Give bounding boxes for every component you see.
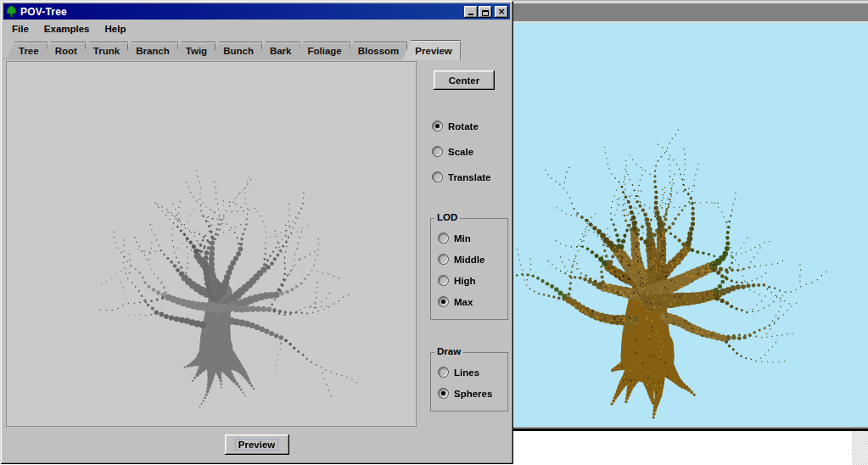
lod-group-label: LOD [434,212,460,222]
radio-label: Rotate [448,121,479,132]
tab-preview[interactable]: Preview [402,40,460,60]
close-button[interactable]: × [495,6,508,18]
radio-icon [432,171,443,182]
radio-label: Scale [448,147,473,157]
tab-twig[interactable]: Twig [173,42,216,59]
close-icon: × [497,7,505,17]
tab-root[interactable]: Root [42,42,86,59]
window-title: POV-Tree [20,6,462,18]
povtree-window: POV-Tree × FileExamplesHelp TreeRootTrun… [0,0,513,464]
radio-label: Min [454,233,471,244]
radio-icon [438,388,449,399]
menu-examples[interactable]: Examples [38,22,96,36]
content-area: Center RotateScaleTranslate LOD MinMiddl… [3,59,511,427]
preview-canvas[interactable] [6,61,417,427]
radio-draw-spheres[interactable]: Spheres [438,388,504,399]
render-window-bottom [513,427,868,465]
preview-button-label: Preview [236,440,277,450]
control-panel: Center RotateScaleTranslate LOD MinMiddl… [420,61,508,427]
tab-tree[interactable]: Tree [6,42,48,59]
tab-branch[interactable]: Branch [123,42,178,59]
radio-label: Middle [454,255,484,265]
radio-icon [438,367,449,378]
lod-radio-group: MinMiddleHighMax [438,232,504,307]
radio-scale[interactable]: Scale [432,146,491,157]
radio-label: Spheres [454,389,492,399]
radio-translate[interactable]: Translate [432,171,491,182]
maximize-button[interactable] [479,6,492,18]
tab-blossom[interactable]: Blossom [345,42,408,59]
render-window-titlebar [513,0,868,23]
transform-radio-group: RotateScaleTranslate [432,120,491,182]
tab-trunk[interactable]: Trunk [81,42,128,59]
radio-icon [438,254,449,265]
radio-icon [438,275,449,286]
radio-label: Lines [454,367,479,378]
draw-group-label: Draw [434,346,463,356]
radio-icon [432,120,443,132]
radio-label: Translate [448,172,491,182]
preview-button[interactable]: Preview [225,434,289,455]
titlebar[interactable]: POV-Tree × [3,3,510,20]
radio-rotate[interactable]: Rotate [432,120,491,132]
radio-label: High [454,276,476,286]
radio-icon [432,146,443,157]
minimize-button[interactable] [464,6,478,18]
tree-app-icon [5,5,18,18]
tab-bark[interactable]: Bark [257,42,300,59]
radio-lod-max[interactable]: Max [438,296,504,307]
center-button[interactable]: Center [434,70,495,90]
radio-icon [438,296,449,307]
radio-draw-lines[interactable]: Lines [438,367,504,378]
tab-foliage[interactable]: Foliage [295,42,350,59]
radio-lod-high[interactable]: High [438,275,504,286]
render-window [513,0,868,465]
footer-bar: Preview [3,427,511,462]
radio-label: Max [454,297,473,307]
scrollbar-track[interactable] [852,431,868,465]
radio-lod-middle[interactable]: Middle [438,254,504,265]
draw-groupbox: Draw LinesSpheres [430,352,508,412]
rendered-tree-image [513,23,868,427]
radio-lod-min[interactable]: Min [438,232,504,244]
radio-icon [438,232,449,244]
menu-help[interactable]: Help [99,22,132,36]
draw-radio-group: LinesSpheres [438,367,504,399]
minimize-icon [468,14,473,15]
tab-bunch[interactable]: Bunch [210,42,262,59]
menubar: FileExamplesHelp [3,20,511,37]
tabbar: TreeRootTrunkBranchTwigBunchBarkFoliageB… [3,37,511,59]
lod-groupbox: LOD MinMiddleHighMax [430,218,508,320]
maximize-icon [482,10,489,16]
menu-file[interactable]: File [6,22,35,36]
